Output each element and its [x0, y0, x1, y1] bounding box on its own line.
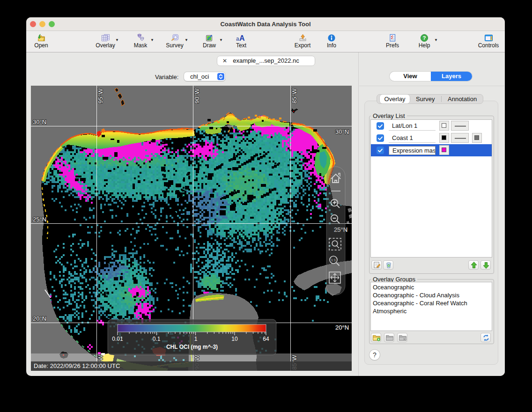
svg-text:1: 1 [194, 336, 198, 342]
svg-text:30°N: 30°N [335, 128, 349, 135]
svg-text:1:1: 1:1 [331, 258, 336, 262]
svg-text:25°N: 25°N [33, 216, 46, 223]
svg-text:0.1: 0.1 [153, 336, 161, 342]
svg-text:CHL OCI (mg m^-3): CHL OCI (mg m^-3) [166, 344, 218, 350]
svg-text:a: a [236, 36, 239, 42]
svg-text:30°N: 30°N [33, 118, 46, 125]
svg-text:85°W: 85°W [291, 88, 298, 103]
svg-text:?: ? [422, 35, 426, 41]
svg-text:0.01: 0.01 [112, 336, 123, 342]
svg-text:90°W: 90°W [193, 88, 200, 103]
svg-text:20°N: 20°N [33, 315, 46, 322]
svg-text:64: 64 [263, 336, 269, 342]
svg-text:10: 10 [231, 336, 238, 342]
svg-text:95°W: 95°W [97, 88, 104, 103]
svg-text:Date: 2022/09/26 12:00:00 UTC: Date: 2022/09/26 12:00:00 UTC [34, 362, 120, 369]
svg-text:A: A [239, 34, 245, 42]
svg-text:20°N: 20°N [335, 324, 349, 331]
